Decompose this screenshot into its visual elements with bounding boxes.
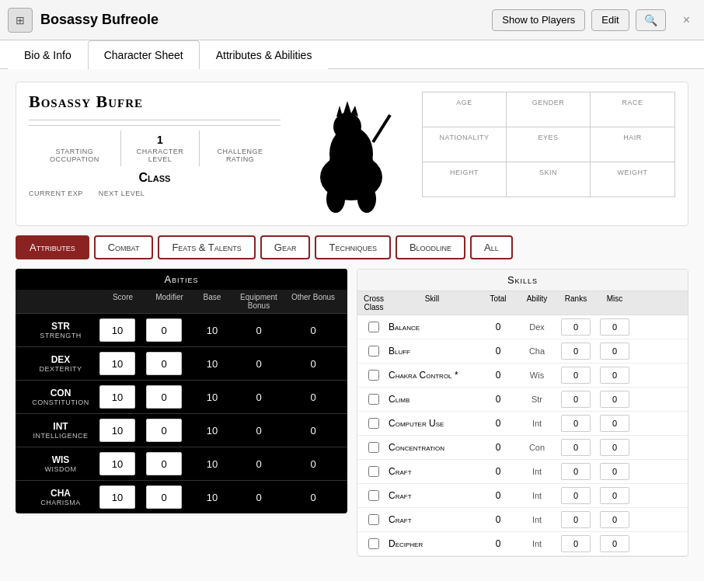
ability-equip-wis: 0 (232, 458, 286, 470)
bio-height: Height (423, 162, 507, 197)
skill-ranks-input[interactable] (561, 535, 591, 552)
close-button[interactable]: × (677, 9, 696, 31)
skill-crossclass-checkbox[interactable] (368, 442, 379, 453)
tab-attributes-abilities[interactable]: Attributes & Abilities (200, 40, 329, 69)
edit-button[interactable]: Edit (591, 9, 629, 31)
skill-ranks-input[interactable] (561, 511, 591, 528)
section-tab-feats-talents[interactable]: Feats & Talents (158, 235, 255, 259)
ability-score-wis[interactable] (99, 452, 135, 475)
skill-name: Computer Use (385, 418, 479, 429)
section-tab-all[interactable]: All (470, 235, 513, 259)
ability-other-int: 0 (286, 425, 340, 437)
bio-gender: Gender (507, 92, 591, 127)
skill-ranks-input[interactable] (561, 487, 591, 504)
starting-occupation-value (38, 134, 111, 148)
ability-other-dex: 0 (286, 358, 340, 370)
ability-base-int: 10 (193, 425, 232, 437)
skill-ability: Dex (518, 322, 556, 332)
ability-row: DEX Dexterity 10 0 0 (16, 346, 347, 380)
character-portrait (293, 92, 410, 216)
ability-modifier-cha[interactable] (146, 485, 182, 509)
skill-misc-input[interactable] (600, 511, 629, 528)
skill-total: 0 (479, 322, 518, 332)
challenge-rating-label: Challenge Rating (209, 148, 271, 163)
skill-ranks-input[interactable] (561, 439, 591, 456)
ability-modifier-int[interactable] (146, 419, 182, 442)
character-level-label: Character Level (131, 148, 190, 163)
ability-score-dex[interactable] (99, 352, 135, 375)
skill-misc-input[interactable] (600, 463, 629, 480)
age-label: Age (429, 99, 500, 106)
skill-ranks-input[interactable] (561, 415, 591, 432)
ability-modifier-str[interactable] (146, 318, 182, 342)
skills-column: Skills Cross Class Skill Total Ability R… (357, 269, 688, 557)
skill-crossclass-checkbox[interactable] (368, 346, 379, 357)
skill-crossclass-checkbox-wrap (362, 322, 385, 332)
ability-score-con[interactable] (99, 385, 135, 409)
show-to-players-button[interactable]: Show to Players (492, 9, 585, 31)
app-header: ⊞ Bosassy Bufreole Show to Players Edit … (0, 0, 704, 40)
skill-misc-input[interactable] (600, 439, 629, 456)
ability-score-str[interactable] (99, 318, 135, 342)
section-tab-gear[interactable]: Gear (260, 235, 311, 259)
tab-bio-info[interactable]: Bio & Info (8, 40, 88, 69)
skill-row: Craft 0 Int (357, 460, 688, 484)
ability-row: CHA Charisma 10 0 0 (16, 480, 347, 513)
skill-ability: Str (518, 395, 556, 404)
abilities-col-modifier: Modifier (146, 293, 193, 310)
skill-misc-input[interactable] (600, 318, 629, 336)
skill-crossclass-checkbox[interactable] (368, 514, 379, 525)
ability-row: WIS Wisdom 10 0 0 (16, 447, 347, 480)
ability-base-cha: 10 (193, 492, 232, 503)
skill-ranks-input[interactable] (561, 367, 591, 384)
skill-misc-input[interactable] (600, 367, 629, 384)
skill-crossclass-checkbox[interactable] (368, 370, 379, 381)
skill-name: Craft (385, 490, 479, 501)
ability-base-con: 10 (193, 391, 232, 403)
skills-table-header: Cross Class Skill Total Ability Ranks Mi… (357, 291, 688, 315)
character-level-field: 1 Character Level (121, 130, 200, 166)
tab-character-sheet[interactable]: Character Sheet (88, 40, 200, 69)
skill-crossclass-checkbox-wrap (362, 418, 385, 429)
skill-ranks-input[interactable] (561, 318, 591, 336)
skill-crossclass-checkbox[interactable] (368, 466, 379, 477)
skill-crossclass-checkbox[interactable] (368, 418, 379, 429)
ability-name-con: CON Constitution (22, 388, 99, 406)
skill-crossclass-checkbox[interactable] (368, 322, 379, 332)
skin-label: Skin (513, 169, 584, 176)
ability-modifier-con[interactable] (146, 385, 182, 409)
skill-total: 0 (479, 514, 518, 525)
current-exp-label: Current EXP (29, 190, 83, 197)
skill-misc-input[interactable] (600, 487, 629, 504)
character-silhouette (301, 92, 402, 216)
skill-ranks-input[interactable] (561, 391, 591, 408)
skill-ability: Cha (518, 346, 556, 356)
section-tab-techniques[interactable]: Techniques (315, 235, 390, 259)
skill-ranks-input[interactable] (561, 343, 591, 360)
skill-crossclass-checkbox[interactable] (368, 538, 379, 549)
skill-crossclass-checkbox[interactable] (368, 394, 379, 405)
ability-name-dex: DEX Dexterity (22, 354, 99, 373)
section-tab-bloodline[interactable]: Bloodline (396, 235, 465, 259)
age-value (429, 106, 500, 120)
ability-score-cha[interactable] (99, 485, 135, 509)
ability-name-cha: CHA Charisma (22, 488, 99, 506)
skills-title: Skills (357, 270, 688, 291)
skills-col-crossclass: Cross Class (362, 294, 385, 311)
section-tab-combat[interactable]: Combat (94, 235, 154, 259)
skill-name: Craft (385, 514, 479, 525)
skill-crossclass-checkbox[interactable] (368, 490, 379, 501)
skill-misc-input[interactable] (600, 535, 629, 552)
skill-ranks-input[interactable] (561, 463, 591, 480)
search-button[interactable]: 🔍 (636, 9, 666, 31)
section-tab-attributes[interactable]: Attributes (16, 235, 89, 259)
abilities-col-name (22, 293, 99, 310)
ability-modifier-dex[interactable] (146, 352, 182, 375)
skill-misc-input[interactable] (600, 343, 629, 360)
ability-score-int[interactable] (99, 419, 135, 442)
skill-misc-input[interactable] (600, 391, 629, 408)
ability-other-cha: 0 (286, 492, 340, 503)
ability-modifier-wis[interactable] (146, 452, 182, 475)
skill-misc-input[interactable] (600, 415, 629, 432)
character-class-row: Class (29, 171, 281, 185)
